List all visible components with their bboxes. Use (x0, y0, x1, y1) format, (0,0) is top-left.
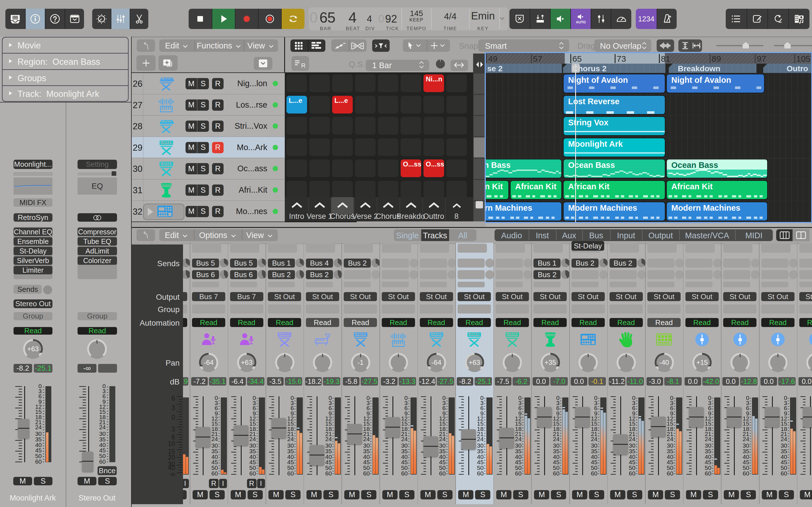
svg-text:R: R (301, 62, 306, 69)
svg-text:AUTO: AUTO (576, 20, 586, 24)
